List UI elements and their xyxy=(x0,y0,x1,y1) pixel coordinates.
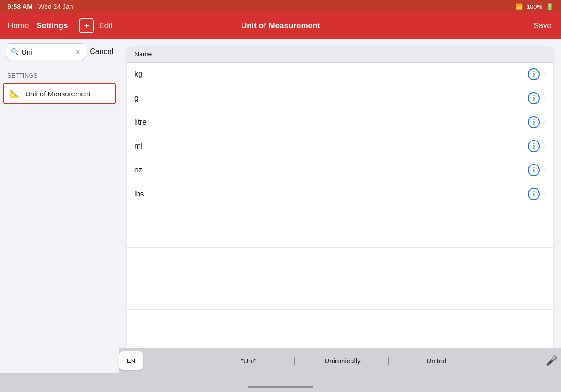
cancel-button[interactable]: Cancel xyxy=(90,47,113,56)
sidebar-item-label: Unit of Measurement xyxy=(25,90,91,98)
edit-button[interactable]: Edit xyxy=(99,21,112,31)
keyboard-mic-button[interactable]: 🎤 xyxy=(542,351,561,370)
search-container: 🔍 Uni ✕ Cancel xyxy=(0,39,119,65)
bottom-bar xyxy=(0,373,561,392)
status-bar: 9:58 AM Wed 24 Jan 📶 100% 🔋 xyxy=(0,0,561,13)
search-input[interactable]: Uni xyxy=(22,48,72,56)
nav-bar: Home Settings + Edit Unit of Measurement… xyxy=(0,13,561,39)
row-name-oz: oz xyxy=(134,166,528,174)
keyboard-suggestion-1[interactable]: Unironically xyxy=(296,353,390,368)
keyboard-suggestion-bar: EN "Uni" Unironically United 🎤 xyxy=(119,348,561,373)
chevron-icon-oz: › xyxy=(544,166,546,174)
table-row[interactable]: lbs i › xyxy=(127,182,553,206)
keyboard-suggestions: "Uni" Unironically United xyxy=(148,353,537,368)
keyboard-suggestion-0[interactable]: "Uni" xyxy=(202,353,296,368)
status-right: 📶 100% 🔋 xyxy=(515,3,553,10)
row-name-ml: ml xyxy=(134,142,528,150)
row-actions: i › xyxy=(528,140,546,152)
keyboard-suggestion-2[interactable]: United xyxy=(390,353,483,368)
search-icon: 🔍 xyxy=(11,48,19,55)
row-name-lbs: lbs xyxy=(134,190,528,198)
info-button-g[interactable]: i xyxy=(528,92,540,104)
main-content: Name kg i › g i › litre i › ml xyxy=(119,39,561,365)
row-actions: i › xyxy=(528,68,546,80)
empty-row xyxy=(127,310,553,330)
chevron-icon-lbs: › xyxy=(544,190,546,198)
chevron-icon-g: › xyxy=(544,94,546,102)
empty-row xyxy=(127,289,553,310)
empty-row xyxy=(127,227,553,248)
keyboard-language-button[interactable]: EN xyxy=(119,351,143,370)
wifi-icon: 📶 xyxy=(515,3,523,10)
table-row[interactable]: kg i › xyxy=(127,63,553,86)
chevron-icon-ml: › xyxy=(544,142,546,150)
table-column-name: Name xyxy=(134,50,152,58)
chevron-icon-litre: › xyxy=(544,118,546,126)
content-card: Name kg i › g i › litre i › ml xyxy=(127,46,553,372)
add-button[interactable]: + xyxy=(79,18,94,33)
row-name-kg: kg xyxy=(134,70,528,78)
save-button[interactable]: Save xyxy=(533,21,552,31)
info-button-oz[interactable]: i xyxy=(528,164,540,176)
battery-icon: 🔋 xyxy=(546,3,553,10)
home-indicator xyxy=(248,386,313,388)
row-name-litre: litre xyxy=(134,118,528,126)
row-actions: i › xyxy=(528,188,546,200)
table-row[interactable]: ml i › xyxy=(127,134,553,158)
table-row[interactable]: litre i › xyxy=(127,110,553,134)
chevron-icon-kg: › xyxy=(544,71,546,78)
info-button-litre[interactable]: i xyxy=(528,116,540,128)
keyboard-lang-label: EN xyxy=(127,357,135,364)
status-time: 9:58 AM xyxy=(8,3,32,10)
nav-title: Unit of Measurement xyxy=(241,21,320,31)
row-actions: i › xyxy=(528,116,546,128)
search-bar[interactable]: 🔍 Uni ✕ xyxy=(6,43,86,60)
table-row[interactable]: g i › xyxy=(127,86,553,110)
search-clear-button[interactable]: ✕ xyxy=(75,48,81,55)
home-button[interactable]: Home xyxy=(8,21,29,31)
row-name-g: g xyxy=(134,94,528,102)
measurement-icon: 📐 xyxy=(9,88,20,99)
battery-percentage: 100% xyxy=(527,3,542,10)
table-row[interactable]: oz i › xyxy=(127,158,553,182)
mic-icon: 🎤 xyxy=(546,355,558,366)
status-date: Wed 24 Jan xyxy=(38,3,73,10)
sidebar-item-unit-of-measurement[interactable]: 📐 Unit of Measurement xyxy=(3,83,116,104)
sidebar-section-header: SETTINGS xyxy=(0,65,119,82)
info-button-kg[interactable]: i xyxy=(528,68,540,80)
empty-row xyxy=(127,248,553,268)
table-header: Name xyxy=(127,46,553,63)
info-button-lbs[interactable]: i xyxy=(528,188,540,200)
empty-row xyxy=(127,206,553,227)
info-button-ml[interactable]: i xyxy=(528,140,540,152)
row-actions: i › xyxy=(528,164,546,176)
settings-label: Settings xyxy=(36,21,68,31)
sidebar: 🔍 Uni ✕ Cancel SETTINGS 📐 Unit of Measur… xyxy=(0,39,119,392)
row-actions: i › xyxy=(528,92,546,104)
empty-row xyxy=(127,268,553,289)
